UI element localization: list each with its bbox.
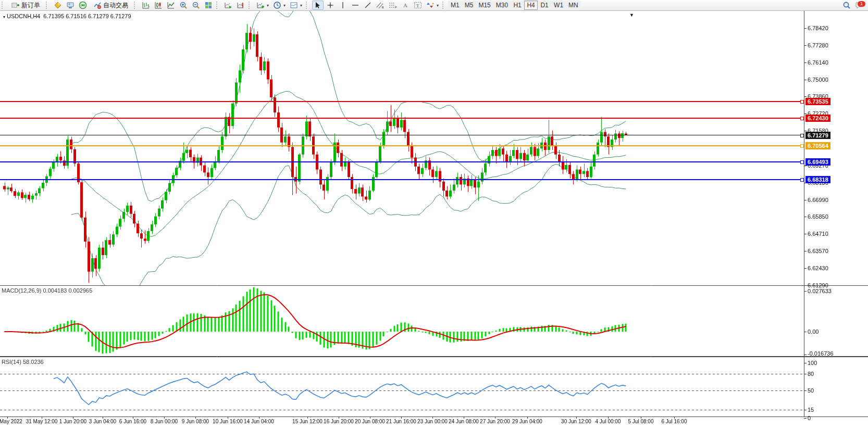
time-tick-label: 30 Jun 12:00 — [561, 419, 591, 424]
main-toolbar: 新订单 — [0, 0, 868, 11]
candlestick-chart-icon — [154, 1, 163, 9]
resistance-line-2-marker[interactable] — [800, 117, 804, 120]
toolbar-grip[interactable] — [442, 2, 446, 9]
timeframe-group: M1M5M15M30H1H4D1W1MN — [448, 1, 581, 10]
collapse-arrow-icon[interactable]: ▾ — [3, 15, 5, 19]
timeframe-m15-button[interactable]: M15 — [476, 1, 493, 10]
timeframe-h1-button[interactable]: H1 — [511, 1, 524, 10]
text-tool-button[interactable]: A — [400, 1, 411, 10]
macd-label: MACD(12,26,9) 0.004183 0.002965 — [2, 287, 92, 294]
toolbar-grip[interactable] — [306, 2, 309, 9]
toolbar-grip[interactable] — [134, 2, 138, 9]
equidistant-channel-tool-button[interactable]: E — [375, 1, 386, 10]
time-tick-label: 10 Jun 16:00 — [213, 419, 243, 424]
price-tick-label: 6.62430 — [808, 265, 828, 271]
price-tick-label: 6.77280 — [808, 42, 828, 48]
auto-trading-label: 自动交易 — [103, 1, 128, 10]
templates-button[interactable]: ▾ — [288, 1, 304, 10]
zoom-out-icon — [192, 1, 200, 9]
timeframe-m30-button[interactable]: M30 — [493, 1, 511, 10]
metaeditor-button[interactable] — [52, 1, 64, 10]
mt4-window: 新订单 — [0, 0, 868, 429]
periods-button[interactable]: ▾ — [271, 1, 287, 10]
resistance-line-1-marker[interactable] — [800, 100, 804, 104]
arrows-tool-button[interactable]: ▾ — [425, 1, 440, 10]
toolbar-grip[interactable] — [249, 2, 252, 9]
indicators-icon — [256, 1, 265, 9]
timeframe-mn-button[interactable]: MN — [566, 1, 581, 10]
time-tick-label: 15 Jun 12:00 — [292, 419, 323, 424]
macd-tick-label: 0.027633 — [808, 288, 832, 294]
symbol-name: USDCNH,H4 — [7, 13, 40, 19]
fibonacci-tool-button[interactable]: F — [387, 1, 399, 10]
metaeditor-icon — [54, 1, 62, 9]
terminal-button[interactable] — [65, 1, 76, 10]
rsi-value: 58.0236 — [23, 359, 44, 365]
line-chart-icon — [167, 1, 175, 9]
text-label-tool-button[interactable]: T — [412, 1, 424, 10]
toolbar-grip[interactable] — [46, 2, 49, 9]
rsi-tick-label: 15 — [808, 407, 814, 413]
signals-button[interactable] — [77, 1, 89, 10]
search-button[interactable] — [841, 1, 852, 10]
toolbar-grip[interactable] — [2, 2, 5, 9]
text-label-icon: T — [414, 2, 422, 9]
timeframe-h4-button[interactable]: H4 — [524, 1, 538, 10]
time-tick-label: 4 Jul 00:00 — [596, 419, 621, 424]
bar-chart-button[interactable] — [140, 1, 152, 10]
current-price-line-price-badge: 6.71279 — [805, 132, 830, 139]
resistance-line-1-price-badge: 6.73535 — [805, 98, 830, 105]
toolbar-grip[interactable] — [216, 2, 220, 9]
rsi-label: RSI(14) 58.0236 — [2, 359, 44, 365]
ohlc-open: 6.71395 — [43, 13, 64, 19]
support-line-1[interactable] — [0, 161, 804, 162]
support-line-2[interactable] — [0, 179, 804, 180]
time-tick-label: 27 Jun 20:00 — [480, 419, 510, 424]
pivot-line[interactable] — [0, 145, 804, 146]
chart-shift-marker-icon[interactable]: ▼ — [629, 12, 634, 18]
ohlc-low: 6.71279 — [88, 13, 109, 19]
chart-shift-button[interactable] — [235, 1, 246, 10]
timeframe-m1-button[interactable]: M1 — [448, 1, 462, 10]
notifications-button[interactable]: 1 — [853, 1, 865, 10]
auto-scroll-button[interactable] — [222, 1, 234, 10]
timeframe-d1-button[interactable]: D1 — [538, 1, 551, 10]
trendline-tool-button[interactable] — [362, 1, 374, 10]
current-price-line-marker[interactable] — [800, 134, 804, 137]
timeframe-m5-button[interactable]: M5 — [462, 1, 476, 10]
dropdown-caret-icon: ▾ — [300, 3, 302, 8]
indicators-button[interactable]: ▾ — [255, 1, 270, 10]
chart-canvas[interactable] — [0, 11, 868, 429]
zoom-out-button[interactable] — [190, 1, 202, 10]
cursor-tool-button[interactable] — [312, 1, 324, 10]
current-price-line[interactable] — [0, 135, 804, 135]
support-line-1-marker[interactable] — [800, 160, 804, 164]
line-chart-button[interactable] — [165, 1, 177, 10]
zoom-in-button[interactable] — [178, 1, 189, 10]
rsi-tick-label: 80 — [808, 371, 814, 377]
auto-scroll-icon — [224, 1, 232, 9]
time-tick-label: 16 Jun 20:00 — [324, 419, 354, 424]
new-order-button[interactable]: 新订单 — [8, 1, 44, 10]
price-tick-label: 6.76140 — [808, 59, 828, 66]
pivot-line-marker[interactable] — [800, 144, 804, 148]
resistance-line-2[interactable] — [0, 118, 804, 119]
rsi-tick-label: 50 — [808, 387, 814, 394]
rsi-name: RSI(14) — [2, 359, 21, 365]
tile-windows-button[interactable] — [203, 1, 214, 10]
zoom-in-icon — [179, 1, 188, 9]
timeframe-w1-button[interactable]: W1 — [551, 1, 566, 10]
fibonacci-icon: F — [389, 2, 397, 9]
price-tick-label: 6.66990 — [808, 197, 828, 203]
new-order-label: 新订单 — [21, 1, 40, 10]
price-tick-label: 6.64710 — [808, 231, 828, 237]
vertical-line-tool-button[interactable] — [337, 1, 349, 10]
svg-text:A: A — [403, 2, 407, 8]
auto-trading-button[interactable]: 自动交易 — [90, 1, 132, 10]
candlestick-chart-button[interactable] — [153, 1, 164, 10]
support-line-2-marker[interactable] — [800, 178, 804, 182]
horizontal-line-tool-button[interactable] — [350, 1, 361, 10]
price-tick-label: 6.65850 — [808, 213, 828, 220]
crosshair-tool-button[interactable] — [325, 1, 336, 10]
resistance-line-1[interactable] — [0, 101, 804, 102]
